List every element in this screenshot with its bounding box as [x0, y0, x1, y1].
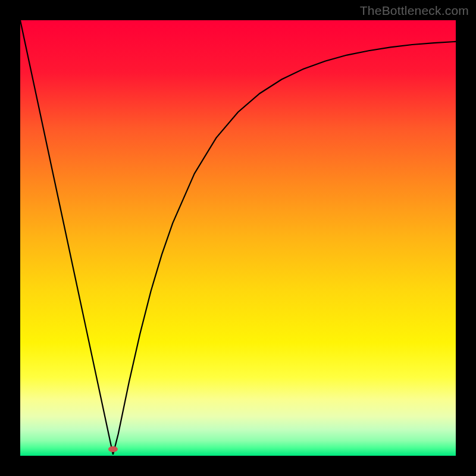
watermark-text: TheBottleneck.com: [360, 4, 469, 18]
chart-frame: TheBottleneck.com: [0, 0, 476, 476]
bottleneck-curve: [20, 20, 456, 455]
optimum-marker: [108, 446, 118, 452]
curve-layer: [20, 20, 456, 456]
plot-area: [20, 20, 456, 456]
